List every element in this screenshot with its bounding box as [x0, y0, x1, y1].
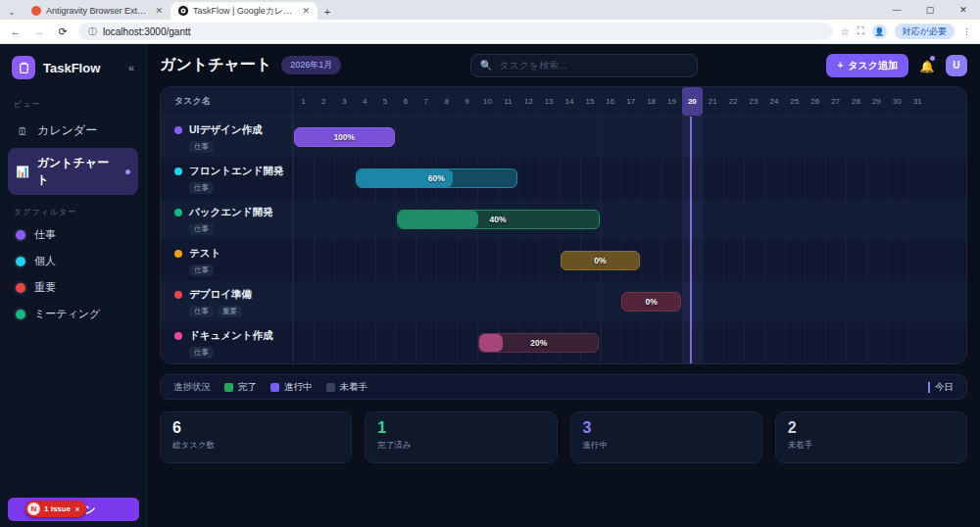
minimize-button[interactable]: —	[880, 0, 913, 20]
forward-icon[interactable]: →	[31, 25, 47, 37]
notification-bell[interactable]: 🔔	[918, 57, 936, 74]
sidebar-item-gantt[interactable]: 📊ガントチャート	[8, 148, 138, 195]
issue-badge-label: 1 Issue	[44, 504, 71, 513]
issue-badge[interactable]: N 1 Issue ×	[25, 501, 86, 517]
gantt-bar-progress-label: 40%	[398, 211, 599, 228]
gantt-bar-progress-label: 0%	[622, 293, 680, 311]
attention-required-label: 対応が必要	[903, 25, 947, 38]
tab-close-icon[interactable]: ✕	[155, 6, 163, 16]
task-label-cell: ドキュメント作成仕事	[161, 322, 293, 363]
gantt-bar-progress-label: 0%	[562, 252, 640, 269]
gantt-task-row: デプロイ準備仕事重要0%	[161, 281, 966, 322]
app-window: TaskFlow « ビュー 🗓カレンダー📊ガントチャート タグフィルター 仕事…	[0, 44, 980, 527]
extensions-icon[interactable]: ⛶	[858, 25, 864, 37]
gantt-bar-progress-label: 100%	[295, 128, 394, 146]
day-header-cell: 29	[866, 87, 887, 116]
taskflow-logo-icon	[12, 56, 35, 79]
task-label-cell: バックエンド開発仕事	[161, 199, 293, 240]
gantt-bar[interactable]: 0%	[561, 251, 641, 270]
today-line	[690, 158, 692, 199]
tag-filter-item[interactable]: 重要	[0, 274, 146, 301]
day-header-cell: 4	[355, 87, 375, 116]
tab-favicon	[178, 6, 188, 16]
view-section-label: ビュー	[0, 89, 146, 114]
gantt-bar[interactable]: 100%	[294, 127, 395, 147]
sidebar-collapse-icon[interactable]: «	[128, 62, 134, 73]
day-header-cell: 23	[744, 87, 764, 116]
gantt-bar[interactable]: 0%	[621, 292, 681, 311]
task-tags: 仕事	[189, 223, 292, 235]
browser-tab[interactable]: Antigravity Browser Extension✕	[24, 2, 171, 20]
search-box[interactable]: 🔍	[470, 54, 698, 77]
tab-title: Antigravity Browser Extension	[46, 6, 148, 16]
task-tag-pill: 仕事	[189, 141, 214, 153]
plus-icon: +	[837, 60, 843, 71]
task-tags: 仕事	[189, 347, 292, 359]
day-header-cell: 26	[805, 87, 825, 116]
today-column-highlight	[682, 158, 703, 199]
task-tags: 仕事重要	[189, 306, 292, 317]
browser-menu-icon[interactable]: ⋮	[962, 26, 972, 36]
today-line	[690, 281, 692, 322]
legend-item-label: 進行中	[284, 381, 313, 394]
gantt-bar[interactable]: 20%	[478, 333, 599, 353]
close-button[interactable]: ✕	[947, 0, 980, 20]
today-marker-icon	[928, 382, 930, 393]
gantt-panel: タスク名 12345678910111213141516171819202122…	[160, 86, 967, 364]
gantt-task-row: ドキュメント作成仕事20%	[161, 322, 966, 363]
search-input[interactable]	[499, 60, 688, 71]
today-line	[690, 117, 692, 158]
task-color-dot	[174, 291, 182, 299]
search-icon: 🔍	[480, 60, 492, 71]
gantt-bar[interactable]: 60%	[356, 168, 517, 188]
screen: ⌄ Antigravity Browser Extension✕TaskFlow…	[0, 0, 980, 527]
address-bar[interactable]: ⓘ localhost:3000/gantt	[78, 23, 833, 40]
day-header-cell: 13	[539, 87, 560, 116]
reload-icon[interactable]: ⟳	[55, 25, 71, 38]
issue-badge-avatar: N	[27, 503, 40, 515]
sidebar-item-calendar[interactable]: 🗓カレンダー	[8, 116, 138, 146]
tab-favicon	[31, 6, 41, 16]
user-avatar[interactable]: U	[946, 55, 967, 76]
legend-bar: 進捗状況 完了進行中未着手 今日	[160, 374, 967, 400]
tag-color-dot	[16, 230, 25, 240]
tag-filter-item[interactable]: 仕事	[0, 221, 146, 248]
legend-item-label: 完了	[238, 381, 257, 394]
sidebar: TaskFlow « ビュー 🗓カレンダー📊ガントチャート タグフィルター 仕事…	[0, 44, 147, 527]
back-icon[interactable]: ←	[8, 25, 24, 37]
day-header-cell: 9	[457, 87, 477, 116]
tab-title: TaskFlow | Googleカレンダー連携	[193, 5, 295, 18]
day-header-cell: 3	[334, 87, 355, 116]
site-info-icon[interactable]: ⓘ	[88, 25, 97, 38]
profile-avatar-icon[interactable]: 👤	[872, 24, 887, 39]
new-tab-button[interactable]: +	[318, 4, 337, 20]
gantt-task-row: テスト仕事0%	[161, 240, 966, 281]
gantt-bar[interactable]: 40%	[397, 210, 600, 229]
task-label-cell: デプロイ準備仕事重要	[161, 281, 293, 322]
task-name: UIデザイン作成	[189, 123, 262, 137]
tab-close-icon[interactable]: ✕	[302, 6, 310, 16]
day-header-cell: 24	[763, 87, 784, 116]
bookmark-star-icon[interactable]: ☆	[841, 26, 850, 37]
legend-today-label: 今日	[935, 381, 954, 394]
browser-tabstrip: ⌄ Antigravity Browser Extension✕TaskFlow…	[0, 0, 980, 20]
url-text[interactable]: localhost:3000/gantt	[103, 26, 191, 37]
maximize-button[interactable]: ▢	[913, 0, 947, 20]
bar-chart-icon: 📊	[16, 166, 29, 178]
legend-today: 今日	[928, 381, 954, 394]
tag-filter-item[interactable]: 個人	[0, 248, 146, 274]
task-timeline: 0%	[293, 281, 928, 322]
legend-item: 未着手	[326, 381, 368, 394]
task-color-dot	[174, 209, 182, 216]
browser-toolbar: ← → ⟳ ⓘ localhost:3000/gantt ☆ ⛶ 👤 対応が必要…	[0, 20, 980, 44]
day-header-cell: 1	[293, 87, 314, 116]
add-task-button[interactable]: + タスク追加	[826, 54, 908, 77]
tag-filter-item[interactable]: ミーティング	[0, 301, 146, 327]
tab-search-chevron-icon[interactable]: ⌄	[0, 4, 24, 20]
issue-badge-close-icon[interactable]: ×	[74, 504, 79, 514]
browser-tab[interactable]: TaskFlow | Googleカレンダー連携✕	[171, 2, 318, 20]
attention-required-badge[interactable]: 対応が必要	[895, 24, 955, 39]
day-header-cell: 27	[825, 87, 846, 116]
legend-item-label: 未着手	[340, 381, 368, 394]
task-color-dot	[174, 250, 182, 258]
